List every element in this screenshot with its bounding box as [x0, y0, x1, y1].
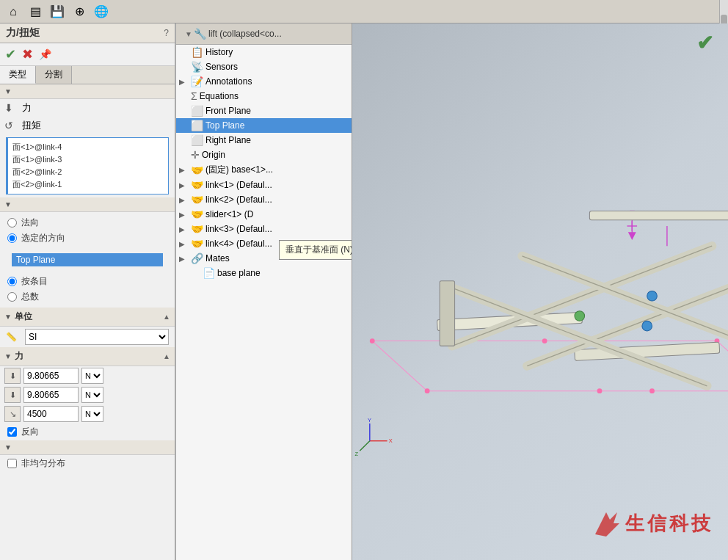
tree-item-right-plane[interactable]: ⬜ Right Plane	[176, 133, 352, 148]
tree-item-slider1[interactable]: ▶ 🤝 slider<1> (D	[176, 207, 352, 222]
base-plane-label: base plane	[217, 268, 261, 278]
tree-item-origin[interactable]: ✛ Origin	[176, 148, 352, 162]
help-icon[interactable]: ?	[164, 28, 169, 38]
front-plane-label: Front Plane	[205, 106, 251, 116]
tree-item-top-plane[interactable]: ⬜ Top Plane	[176, 118, 352, 133]
face-item-1: 面<1>@link-4	[11, 141, 165, 153]
link4-icon: 🤝	[191, 238, 203, 250]
unit-select[interactable]: SI MKS CGS IPS	[25, 329, 169, 345]
tree-item-annotations[interactable]: ▶ 📝 Annotations	[176, 74, 352, 89]
svg-point-8	[542, 338, 547, 343]
face-item-3: 面<2>@link-2	[11, 166, 165, 178]
confirm-button[interactable]: ✔	[4, 46, 17, 63]
distribution-checkbox[interactable]	[7, 459, 17, 468]
section-distribution[interactable]: ▼	[0, 440, 175, 455]
reverse-checkbox[interactable]	[7, 427, 17, 437]
annotations-icon: 📝	[191, 76, 203, 87]
tree-item-sensors[interactable]: 📡 Sensors	[176, 59, 352, 74]
watermark: 生信科技	[592, 509, 713, 538]
document-button[interactable]: ▤	[25, 2, 46, 21]
origin-icon: ✛	[191, 149, 200, 161]
link3-label: link<3> (Defaul...	[205, 224, 272, 234]
save-button[interactable]: 💾	[47, 2, 68, 21]
target-button[interactable]: ⊕	[69, 2, 90, 21]
tree-item-link3[interactable]: ▶ 🤝 link<3> (Defaul...	[176, 222, 352, 236]
unit-row: 📏 SI MKS CGS IPS	[0, 327, 175, 347]
svg-point-24	[642, 321, 652, 331]
reverse-label: 反向	[21, 426, 39, 438]
section-unit[interactable]: ▼ 单位 ▲	[0, 308, 175, 327]
svg-line-50	[360, 441, 370, 451]
top-plane-input[interactable]: Top Plane	[12, 253, 163, 266]
svg-text:Z: Z	[354, 451, 358, 457]
tree-item-base-plane[interactable]: 📄 base plane	[176, 266, 352, 280]
top-plane-label: Top Plane	[205, 120, 244, 131]
selected-dir-radio-row: 选定的方向	[7, 230, 167, 246]
svg-point-11	[649, 388, 655, 393]
total-radio-row: 总数	[7, 289, 167, 305]
condition-options: 按条目 总数	[0, 271, 175, 308]
force-input-2[interactable]	[23, 387, 79, 403]
tab-split[interactable]: 分割	[36, 66, 72, 84]
front-plane-icon: ⬜	[191, 105, 203, 117]
force-down-icon: ⬇	[4, 102, 19, 114]
force-unit-1[interactable]: N	[81, 368, 103, 384]
reverse-row: 反向	[0, 423, 175, 440]
selected-dir-radio[interactable]	[7, 233, 17, 243]
history-label: History	[205, 47, 233, 57]
force-input-1[interactable]	[23, 368, 79, 384]
base-icon: 🤝	[191, 164, 203, 176]
slider1-icon: 🤝	[191, 208, 203, 220]
equations-icon: Σ	[191, 90, 197, 102]
face-item-2: 面<1>@link-3	[11, 153, 165, 166]
mates-label: Mates	[205, 253, 230, 263]
per-item-label: 按条目	[21, 275, 48, 288]
tree-item-history[interactable]: 📋 History	[176, 45, 352, 59]
per-item-radio[interactable]	[7, 277, 17, 286]
cancel-button[interactable]: ✖	[21, 46, 34, 63]
selected-faces-box: 面<1>@link-4 面<1>@link-3 面<2>@link-2 面<2>…	[6, 137, 169, 194]
normal-radio-row: 法向	[7, 215, 167, 230]
origin-label: Origin	[202, 150, 225, 160]
mates-icon: 🔗	[191, 252, 203, 264]
link3-icon: 🤝	[191, 223, 203, 235]
direction-options: 法向 选定的方向	[0, 212, 175, 249]
root-label: lift (collapsed<co...	[208, 29, 282, 39]
force-unit-2[interactable]: N	[81, 387, 103, 403]
section-force-torque[interactable]: ▼	[0, 84, 175, 99]
canvas-area[interactable]: ✔	[352, 23, 728, 560]
panel-title: 力/扭矩	[6, 26, 40, 40]
tree-root[interactable]: ▼ 🔧 lift (collapsed<co...	[182, 26, 346, 41]
force-unit-3[interactable]: N	[81, 406, 103, 422]
tree-item-link1[interactable]: ▶ 🤝 link<1> (Defaul...	[176, 178, 352, 192]
torque-type-row: ↺ 扭矩	[0, 117, 175, 134]
home-button[interactable]: ⌂	[3, 2, 23, 21]
force-icon-1: ⬇	[4, 368, 21, 384]
force-type-row: ⬇ 力	[0, 99, 175, 117]
total-radio[interactable]	[7, 292, 17, 302]
annotations-label: Annotations	[205, 76, 252, 87]
unit-icon: 📏	[6, 332, 21, 342]
force-input-3[interactable]	[23, 406, 79, 422]
top-plane-icon: ⬜	[191, 120, 203, 131]
svg-point-4	[370, 338, 375, 343]
equations-label: Equations	[200, 91, 239, 101]
normal-radio[interactable]	[7, 218, 17, 228]
panel-toolbar: ✔ ✖ 📌	[0, 43, 175, 66]
globe-button[interactable]: 🌐	[91, 2, 112, 21]
sensors-label: Sensors	[205, 62, 238, 72]
tree-item-front-plane[interactable]: ⬜ Front Plane	[176, 103, 352, 118]
tree-item-link2[interactable]: ▶ 🤝 link<2> (Defaul...	[176, 192, 352, 207]
svg-rect-45	[589, 211, 728, 220]
viewport: ▼ 🔧 lift (collapsed<co... 📋 History 📡 Se…	[176, 23, 728, 560]
face-item-4: 面<2>@link-1	[11, 178, 165, 191]
tree-item-base[interactable]: ▶ 🤝 (固定) base<1>...	[176, 162, 352, 178]
tab-type[interactable]: 类型	[0, 66, 36, 84]
link1-label: link<1> (Defaul...	[205, 180, 272, 190]
section-direction[interactable]: ▼	[0, 197, 175, 212]
pin-button[interactable]: 📌	[38, 48, 52, 61]
section-force-values[interactable]: ▼ 力 ▲	[0, 347, 175, 366]
right-plane-label: Right Plane	[205, 135, 251, 145]
svg-point-9	[597, 388, 603, 393]
tree-item-equations[interactable]: Σ Equations	[176, 89, 352, 103]
